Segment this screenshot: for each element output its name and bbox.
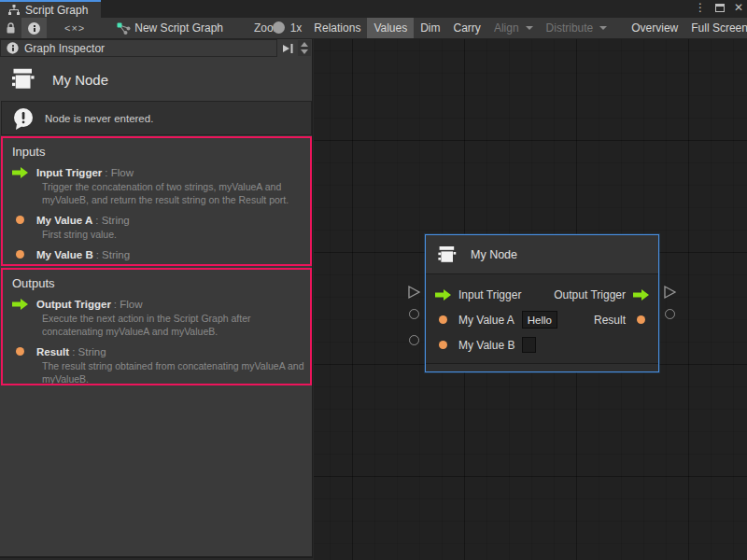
port-name: Input Trigger <box>36 167 102 178</box>
external-input-flow-port[interactable] <box>407 285 421 302</box>
port-type: : String <box>95 215 129 226</box>
inputs-section: Inputs Input Trigger: Flow Trigger the c… <box>1 136 312 266</box>
carry-button[interactable]: Carry <box>447 18 487 39</box>
code-icon: <×> <box>64 22 85 34</box>
dock-panel-button[interactable] <box>280 40 296 56</box>
external-result-port[interactable] <box>665 309 675 319</box>
panel-scroll-spinner[interactable] <box>298 40 311 56</box>
info-icon <box>28 22 40 35</box>
chevron-down-icon <box>526 26 533 30</box>
port-name: Output Trigger <box>36 299 111 310</box>
my-value-b-port[interactable]: My Value B <box>458 339 514 352</box>
my-node[interactable]: My Node Input Trigger Output Trigger <box>425 234 659 372</box>
graph-hierarchy-icon <box>7 5 21 16</box>
toolbar: <×> New Script Graph Zoom 1x Relations V… <box>0 18 747 39</box>
port-type: : String <box>72 346 106 357</box>
values-button[interactable]: Values <box>367 18 414 39</box>
overview-label: Overview <box>631 21 678 35</box>
node-row-value-a: My Value A Hello Result <box>426 307 658 332</box>
script-graph-asset-icon <box>117 22 131 35</box>
tab-script-graph[interactable]: Script Graph <box>0 0 101 18</box>
external-value-port-b[interactable] <box>409 335 419 345</box>
values-label: Values <box>374 21 407 35</box>
my-value-a-field[interactable]: Hello <box>522 311 557 329</box>
value-port-icon <box>16 347 24 356</box>
port-type: : String <box>96 249 130 260</box>
warning-text: Node is never entered. <box>45 113 153 124</box>
value-port-icon[interactable] <box>439 315 447 324</box>
port-item-result: Result: String The result string obtaine… <box>12 345 301 385</box>
fullscreen-label: Full Screen <box>691 21 747 35</box>
tab-bar: Script Graph ⋮ ✕ <box>0 0 747 18</box>
node-icon <box>7 65 39 93</box>
port-item-input-trigger: Input Trigger: Flow Trigger the concaten… <box>12 166 301 207</box>
relations-button[interactable]: Relations <box>307 18 367 39</box>
chevron-down-icon <box>599 26 607 30</box>
zoom-slider-handle[interactable] <box>273 21 285 34</box>
new-script-graph-button[interactable]: New Script Graph <box>110 18 230 39</box>
my-node-body: Input Trigger Output Trigger My Value A … <box>426 274 658 363</box>
inspector-header[interactable]: Graph Inspector <box>0 39 277 57</box>
external-value-port-a[interactable] <box>409 309 419 319</box>
output-trigger-port[interactable]: Output Trigger <box>554 288 626 301</box>
node-row-trigger: Input Trigger Output Trigger <box>426 282 658 307</box>
dim-button[interactable]: Dim <box>414 18 446 39</box>
fullscreen-button[interactable]: Full Screen <box>684 18 747 39</box>
menu-icon[interactable]: ⋮ <box>695 1 706 14</box>
overview-button[interactable]: Overview <box>625 18 684 39</box>
zoom-value: 1x <box>290 21 303 35</box>
flow-port-icon <box>12 299 28 310</box>
node-icon <box>435 244 459 266</box>
result-port[interactable]: Result <box>594 314 626 327</box>
dim-label: Dim <box>420 21 440 35</box>
lock-button[interactable] <box>0 18 21 39</box>
flow-out-icon[interactable] <box>633 289 649 301</box>
value-port-icon[interactable] <box>439 341 447 349</box>
value-port-icon <box>16 216 24 224</box>
warning-box: Node is never entered. <box>1 101 312 135</box>
port-item-my-value-b: My Value B: String Second string value. <box>12 248 301 266</box>
flow-in-icon[interactable] <box>435 289 451 301</box>
tab-label: Script Graph <box>25 4 88 17</box>
inputs-title: Inputs <box>12 145 301 159</box>
align-dropdown[interactable]: Align <box>487 18 540 39</box>
inspector-toggle-button[interactable] <box>21 18 47 39</box>
close-icon[interactable]: ✕ <box>734 1 743 14</box>
script-graph-window: Script Graph ⋮ ✕ <×> <box>0 0 747 560</box>
port-item-output-trigger: Output Trigger: Flow Execute the next ac… <box>12 298 301 339</box>
distribute-dropdown[interactable]: Distribute <box>540 18 614 39</box>
port-description: Second string value. <box>42 263 311 266</box>
my-value-b-field[interactable] <box>522 337 536 353</box>
node-title: My Node <box>471 248 517 261</box>
node-title-text: My Node <box>52 72 108 88</box>
outputs-title: Outputs <box>12 276 301 290</box>
inspector-title: Graph Inspector <box>24 42 105 55</box>
value-port-icon[interactable] <box>637 315 645 324</box>
input-trigger-port[interactable]: Input Trigger <box>458 288 521 301</box>
relations-label: Relations <box>314 21 360 35</box>
outputs-section: Outputs Output Trigger: Flow Execute the… <box>1 268 312 385</box>
node-row-value-b: My Value B <box>426 332 658 357</box>
flow-port-icon <box>12 167 28 178</box>
carry-label: Carry <box>454 21 481 35</box>
graph-inspector-panel: Graph Inspector My Node <box>0 39 313 558</box>
warning-bubble-icon <box>11 106 35 131</box>
code-view-button[interactable]: <×> <box>58 18 92 39</box>
info-icon <box>7 42 18 53</box>
arrow-down-icon[interactable] <box>301 49 308 54</box>
maximize-icon[interactable] <box>715 4 725 12</box>
external-output-flow-port[interactable] <box>663 285 677 302</box>
port-name: My Value B <box>36 249 93 260</box>
align-label: Align <box>494 21 519 35</box>
value-port-icon <box>16 250 24 259</box>
port-type: : Flow <box>105 167 134 178</box>
port-type: : Flow <box>114 299 143 310</box>
node-footer <box>426 363 658 371</box>
my-node-header[interactable]: My Node <box>426 235 658 274</box>
graph-canvas[interactable]: My Node Input Trigger Output Trigger <box>314 39 747 560</box>
port-description: First string value. <box>42 229 311 242</box>
my-value-a-port[interactable]: My Value A <box>458 314 514 327</box>
arrow-up-icon[interactable] <box>301 42 308 47</box>
distribute-label: Distribute <box>546 21 594 35</box>
inspected-node-title: My Node <box>0 59 312 100</box>
